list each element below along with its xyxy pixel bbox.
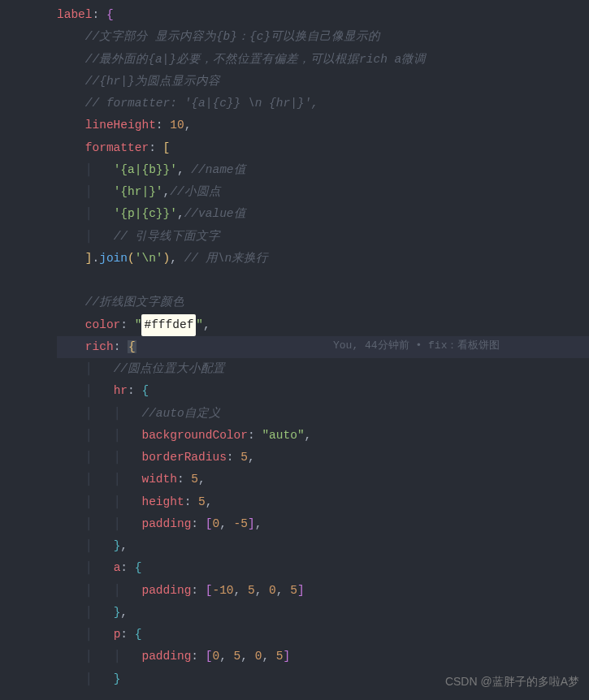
comment: // 用\n来换行 xyxy=(177,252,268,265)
property-key: color xyxy=(85,318,121,331)
string-literal: '{hr|}' xyxy=(114,185,163,198)
code-line: │ '{p|{c}}',//value值 xyxy=(57,203,589,225)
number-literal: 0 xyxy=(212,517,219,530)
code-line: ].join('\n'), // 用\n来换行 xyxy=(57,248,589,270)
string-literal: "auto" xyxy=(262,429,304,442)
code-line: rich: {You, 44分钟前 • fix：看板饼图 xyxy=(57,336,589,358)
number-literal: 5 xyxy=(191,473,198,486)
code-line: color: "#fffdef", xyxy=(57,314,589,336)
method-call: join xyxy=(99,252,128,265)
code-line: //文字部分 显示内容为{b}：{c}可以换自己像显示的 xyxy=(57,26,589,48)
code-line: │ }, xyxy=(57,535,589,557)
code-line: │ │ padding: [-10, 5, 0, 5] xyxy=(57,580,589,602)
code-line: │ │ width: 5, xyxy=(57,469,589,490)
property-key: rich xyxy=(85,340,114,353)
code-line: │ │ borderRadius: 5, xyxy=(57,447,589,469)
property-key: backgroundColor xyxy=(141,429,248,442)
comment: //最外面的{a|}必要，不然位置有偏差，可以根据rich a微调 xyxy=(85,53,426,66)
code-line: //折线图文字颜色 xyxy=(57,292,589,313)
property-key: padding xyxy=(141,517,191,530)
comment: //auto自定义 xyxy=(141,407,220,420)
code-line: │ │ //auto自定义 xyxy=(57,403,589,425)
watermark: CSDN @蓝胖子的多啦A梦 xyxy=(445,671,579,692)
comment: //圆点位置大小配置 xyxy=(114,362,225,375)
comment: //name值 xyxy=(184,163,246,176)
property-key: formatter xyxy=(85,141,149,154)
property-key: label xyxy=(57,8,93,21)
code-line xyxy=(57,270,589,292)
code-line: │ a: { xyxy=(57,557,589,579)
string-literal: '{a|{b}}' xyxy=(114,163,177,176)
code-line: │ // 引导线下面文字 xyxy=(57,226,589,248)
code-line: │ //圆点位置大小配置 xyxy=(57,358,589,380)
code-line: │ p: { xyxy=(57,624,589,646)
color-swatch: #fffdef xyxy=(141,314,196,336)
number-literal: 5 xyxy=(248,584,255,597)
property-key: padding xyxy=(141,650,191,663)
number-literal: 0 xyxy=(269,584,276,597)
code-line: │ │ height: 5, xyxy=(57,491,589,513)
code-line: │ '{a|{b}}', //name值 xyxy=(57,159,589,181)
git-lens-annotation: You, 44分钟前 • fix：看板饼图 xyxy=(333,336,500,356)
code-line: │ │ backgroundColor: "auto", xyxy=(57,425,589,447)
property-key: hr xyxy=(114,384,128,397)
code-line: │ '{hr|}',//小圆点 xyxy=(57,181,589,203)
code-line: │ │ padding: [0, 5, 0, 5] xyxy=(57,646,589,668)
code-line: // formatter: '{a|{c}} \n {hr|}', xyxy=(57,93,589,115)
comment: //文字部分 显示内容为{b}：{c}可以换自己像显示的 xyxy=(85,30,380,43)
code-line: //{hr|}为圆点显示内容 xyxy=(57,71,589,93)
comment: //{hr|}为圆点显示内容 xyxy=(85,75,220,88)
code-line: //最外面的{a|}必要，不然位置有偏差，可以根据rich a微调 xyxy=(57,49,589,71)
string-literal: '{p|{c}}' xyxy=(114,207,177,220)
comment: //折线图文字颜色 xyxy=(85,296,184,309)
code-line: │ │ padding: [0, -5], xyxy=(57,513,589,535)
number-literal: 5 xyxy=(234,650,241,663)
code-line: formatter: [ xyxy=(57,137,589,159)
property-key: height xyxy=(141,495,184,508)
property-key: lineHeight xyxy=(85,119,156,132)
comment: //小圆点 xyxy=(170,185,220,198)
number-literal: 5 xyxy=(240,451,248,464)
comment: // 引导线下面文字 xyxy=(114,230,220,243)
code-line: lineHeight: 10, xyxy=(57,115,589,136)
property-key: width xyxy=(141,473,177,486)
code-line: │ }, xyxy=(57,602,589,624)
number-literal: 5 xyxy=(276,650,284,663)
number-literal: -5 xyxy=(234,517,248,530)
number-literal: 5 xyxy=(198,495,206,508)
string-literal: '\n' xyxy=(135,252,163,265)
number-literal: 0 xyxy=(212,650,219,663)
comment: // formatter: '{a|{c}} \n {hr|}', xyxy=(85,97,318,110)
property-key: borderRadius xyxy=(141,451,226,464)
comment: //value值 xyxy=(184,207,246,220)
code-line: label: { xyxy=(57,4,589,26)
code-line: │ hr: { xyxy=(57,380,589,402)
number-literal: -10 xyxy=(212,584,233,597)
number-literal: 5 xyxy=(290,584,297,597)
property-key: padding xyxy=(141,584,191,597)
number-literal: 10 xyxy=(170,119,184,132)
